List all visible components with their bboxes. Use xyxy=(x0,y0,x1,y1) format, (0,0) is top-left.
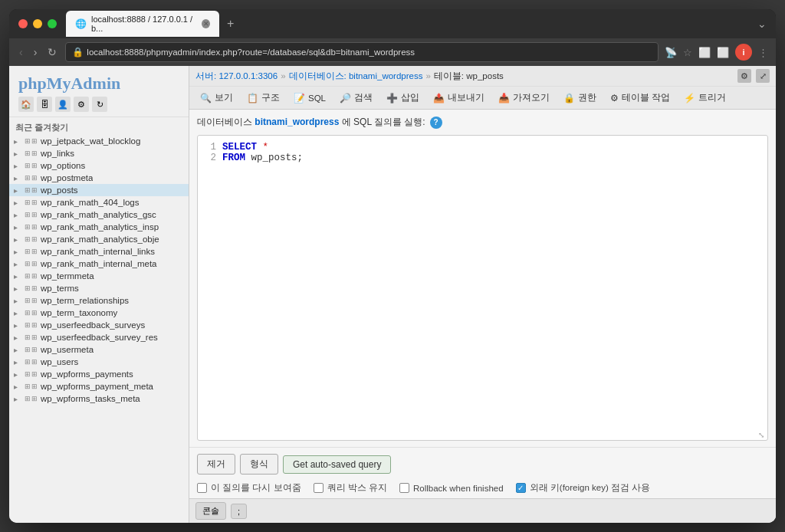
format-button[interactable]: 형식 xyxy=(240,454,278,475)
table-icon: ⊞ xyxy=(25,174,31,182)
download-icon[interactable]: ⬜ xyxy=(698,47,711,58)
sidebar-item[interactable]: ▸ ⊞ ⊞ wp_jetpack_wat_blocklog xyxy=(9,135,189,147)
table-icon2: ⊞ xyxy=(31,174,38,182)
titlebar: 🌐 localhost:8888 / 127.0.0.1 / b... ✕ + … xyxy=(9,9,776,38)
table-icon2: ⊞ xyxy=(31,186,38,194)
minimize-button[interactable] xyxy=(33,19,42,28)
breadcrumb-server[interactable]: 서버: 127.0.0.1:3306 xyxy=(195,71,278,82)
sidebar-item[interactable]: ▸ ⊞ ⊞ wp_rank_math_analytics_obje xyxy=(9,233,189,245)
console-separator-button[interactable]: ; xyxy=(231,504,247,519)
clear-button[interactable]: 제거 xyxy=(197,454,235,475)
sidebar-item[interactable]: ▸ ⊞ ⊞ wp_terms xyxy=(9,282,189,294)
tab-label: 트리거 xyxy=(698,92,726,103)
rollback-option[interactable]: Rollback when finished xyxy=(399,483,504,493)
back-button[interactable]: ‹ xyxy=(17,44,25,60)
pma-tab-보기[interactable]: 🔍 보기 xyxy=(194,89,239,107)
table-name-label: wp_userfeedback_survey_res xyxy=(41,333,158,342)
window-menu-icon[interactable]: ⌄ xyxy=(757,18,767,30)
tab-icon: 🔒 xyxy=(563,93,575,103)
table-icons: ⊞ ⊞ xyxy=(25,174,38,182)
fullscreen-button[interactable] xyxy=(48,19,57,28)
cast-icon[interactable]: 📡 xyxy=(665,47,677,58)
close-button[interactable] xyxy=(18,19,28,28)
pma-sql-icon[interactable]: 🗄 xyxy=(37,97,52,112)
new-tab-button[interactable]: + xyxy=(222,17,238,31)
table-icon: ⊞ xyxy=(25,186,31,194)
sidebar-item[interactable]: ▸ ⊞ ⊞ wp_posts xyxy=(9,184,189,196)
pma-tab-검색[interactable]: 🔎 검색 xyxy=(333,89,379,107)
expand-arrow: ▸ xyxy=(14,309,21,317)
active-tab[interactable]: 🌐 localhost:8888 / 127.0.0.1 / b... ✕ xyxy=(66,11,219,37)
sidebar-item[interactable]: ▸ ⊞ ⊞ wp_rank_math_internal_meta xyxy=(9,258,189,270)
sidebar-item[interactable]: ▸ ⊞ ⊞ wp_users xyxy=(9,356,189,368)
bookmark-icon[interactable]: ☆ xyxy=(683,47,692,58)
pma-tab-내보내기[interactable]: 📤 내보내기 xyxy=(427,89,491,107)
sql-resize-handle[interactable]: ⤡ xyxy=(758,431,766,438)
show-query-checkbox[interactable] xyxy=(197,483,207,493)
sidebar-item[interactable]: ▸ ⊞ ⊞ wp_term_taxonomy xyxy=(9,307,189,319)
pma-config-icon[interactable]: 👤 xyxy=(55,97,71,112)
breadcrumb-table[interactable]: 테이블: wp_posts xyxy=(434,71,504,82)
sidebar-item[interactable]: ▸ ⊞ ⊞ wp_wpforms_payments xyxy=(9,368,189,380)
sidebar-item[interactable]: ▸ ⊞ ⊞ wp_term_relationships xyxy=(9,294,189,307)
breadcrumb-database[interactable]: 데이터베이스: bitnami_wordpress xyxy=(289,71,423,82)
table-name-label: wp_jetpack_wat_blocklog xyxy=(41,136,140,146)
foreign-key-option[interactable]: ✓ 외래 키(foreign key) 점검 사용 xyxy=(516,482,651,494)
sidebar-item[interactable]: ▸ ⊞ ⊞ wp_links xyxy=(9,147,189,159)
sidebar-item[interactable]: ▸ ⊞ ⊞ wp_rank_math_404_logs xyxy=(9,196,189,209)
pma-tab-트리거[interactable]: ⚡ 트리거 xyxy=(678,89,732,107)
sidebar-item[interactable]: ▸ ⊞ ⊞ wp_wpforms_payment_meta xyxy=(9,380,189,392)
console-button[interactable]: 콘솔 xyxy=(195,502,226,520)
expand-arrow: ▸ xyxy=(14,174,21,182)
sidebar-item[interactable]: ▸ ⊞ ⊞ wp_termmeta xyxy=(9,270,189,282)
pma-settings-icon[interactable]: ⚙ xyxy=(74,97,89,112)
extensions-icon[interactable]: ⬜ xyxy=(717,47,729,58)
refresh-button[interactable]: ↻ xyxy=(45,44,59,60)
menu-icon[interactable]: ⋮ xyxy=(758,47,768,58)
pma-tab-권한[interactable]: 🔒 권한 xyxy=(557,89,603,107)
sql-from-keyword: FROM xyxy=(222,153,245,163)
breadcrumb-sep1: » xyxy=(281,71,285,80)
table-icon: ⊞ xyxy=(25,383,31,390)
auto-saved-query-button[interactable]: Get auto-saved query xyxy=(283,455,391,474)
sql-linenum-1: 1 xyxy=(204,142,216,153)
traffic-lights xyxy=(18,19,57,28)
expand-arrow: ▸ xyxy=(14,248,21,256)
expand-icon[interactable]: ⤢ xyxy=(756,69,770,83)
sidebar-item[interactable]: ▸ ⊞ ⊞ wp_userfeedback_surveys xyxy=(9,319,189,331)
show-query-option[interactable]: 이 질의를 다시 보여줌 xyxy=(197,482,301,494)
expand-arrow: ▸ xyxy=(14,272,21,281)
sql-actions: 제거 형식 Get auto-saved query xyxy=(189,447,776,478)
sidebar-item[interactable]: ▸ ⊞ ⊞ wp_options xyxy=(9,159,189,172)
expand-arrow: ▸ xyxy=(14,149,21,158)
sql-editor[interactable]: 1 SELECT * 2 FROM wp_posts; ⤡ xyxy=(197,135,768,441)
sql-help-icon[interactable]: ? xyxy=(430,117,442,129)
pma-refresh-icon[interactable]: ↻ xyxy=(92,97,107,112)
retain-query-checkbox[interactable] xyxy=(314,483,324,493)
table-icons: ⊞ ⊞ xyxy=(25,235,38,243)
sidebar-item[interactable]: ▸ ⊞ ⊞ wp_rank_math_analytics_gsc xyxy=(9,209,189,221)
sidebar-item[interactable]: ▸ ⊞ ⊞ wp_userfeedback_survey_res xyxy=(9,331,189,343)
forward-button[interactable]: › xyxy=(31,44,40,60)
sidebar-item[interactable]: ▸ ⊞ ⊞ wp_rank_math_analytics_insp xyxy=(9,221,189,233)
table-icons: ⊞ ⊞ xyxy=(25,370,38,378)
pma-tab-가져오기[interactable]: 📥 가져오기 xyxy=(492,89,556,107)
sidebar-item[interactable]: ▸ ⊞ ⊞ wp_wpforms_tasks_meta xyxy=(9,392,189,405)
settings-gear-icon[interactable]: ⚙ xyxy=(737,69,751,83)
tab-label: 삽입 xyxy=(401,92,419,103)
address-field[interactable]: 🔒 localhost:8888/phpmyadmin/index.php?ro… xyxy=(65,42,659,62)
sidebar-item[interactable]: ▸ ⊞ ⊞ wp_usermeta xyxy=(9,343,189,356)
profile-button[interactable]: i xyxy=(735,44,752,61)
table-icons: ⊞ ⊞ xyxy=(25,346,38,353)
pma-tab-SQL[interactable]: 📝 SQL xyxy=(287,90,332,107)
pma-tab-구조[interactable]: 📋 구조 xyxy=(241,89,286,107)
tab-close-button[interactable]: ✕ xyxy=(202,19,210,28)
pma-tab-삽입[interactable]: ➕ 삽입 xyxy=(380,89,425,107)
pma-home-icon[interactable]: 🏠 xyxy=(18,97,34,112)
sidebar-item[interactable]: ▸ ⊞ ⊞ wp_postmeta xyxy=(9,172,189,184)
rollback-checkbox[interactable] xyxy=(399,483,409,493)
foreign-key-checkbox[interactable]: ✓ xyxy=(516,483,526,493)
pma-tab-테이블 작업[interactable]: ⚙ 테이블 작업 xyxy=(604,89,676,107)
sidebar-item[interactable]: ▸ ⊞ ⊞ wp_rank_math_internal_links xyxy=(9,245,189,258)
retain-query-option[interactable]: 쿼리 박스 유지 xyxy=(314,482,387,494)
